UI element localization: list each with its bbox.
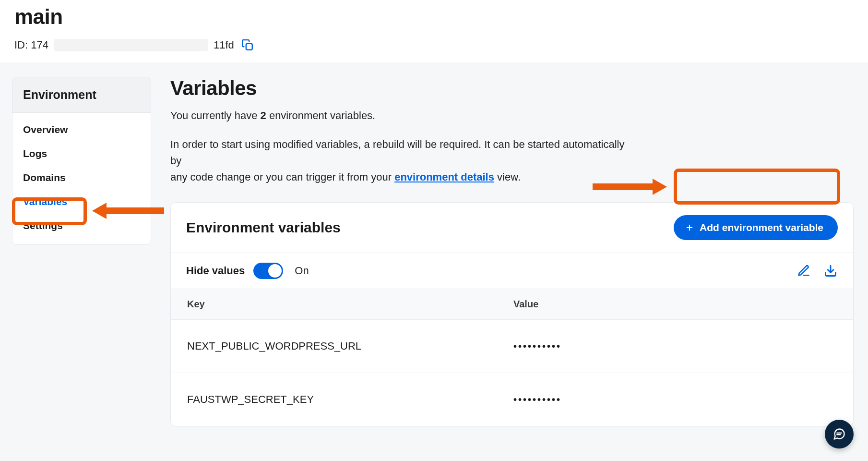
card-title: Environment variables [186,219,341,236]
env-id-label: ID: 174 [14,39,48,51]
download-icon [824,264,837,278]
sidebar-header: Environment [12,77,151,113]
hide-values-toggle[interactable] [253,263,283,279]
add-env-variable-button[interactable]: Add environment variable [674,215,838,240]
rebuild-info: In order to start using modified variabl… [170,136,631,185]
plus-icon [685,223,694,232]
variable-count-line: You currently have 2 environment variabl… [170,109,854,122]
environment-details-link[interactable]: environment details [394,171,494,183]
environment-id-row: ID: 174 11fd [14,37,854,53]
section-heading: Variables [170,77,854,100]
row-value-hidden: •••••••••• [513,394,837,405]
pencil-icon [797,264,810,278]
table-row: NEXT_PUBLIC_WORDPRESS_URL •••••••••• [171,320,853,373]
download-variables-button[interactable] [823,264,838,278]
row-key: FAUSTWP_SECRET_KEY [187,393,513,406]
chat-support-button[interactable] [825,420,854,449]
column-key: Key [187,299,513,310]
table-row: FAUSTWP_SECRET_KEY •••••••••• [171,373,853,426]
env-id-redacted [54,39,208,51]
env-variables-card: Environment variables Add environment va… [170,202,854,426]
environment-sidebar: Environment Overview Logs Domains Variab… [12,77,151,245]
copy-id-button[interactable] [240,37,255,53]
sidebar-item-logs[interactable]: Logs [12,142,151,166]
sidebar-item-variables[interactable]: Variables [12,190,151,214]
copy-icon [241,39,254,51]
hide-values-label: Hide values [186,265,245,277]
env-id-suffix: 11fd [214,39,234,51]
column-value: Value [513,299,837,310]
row-key: NEXT_PUBLIC_WORDPRESS_URL [187,340,513,352]
chat-icon [832,427,846,441]
hide-values-state: On [295,265,309,277]
svg-rect-0 [246,44,252,50]
sidebar-item-domains[interactable]: Domains [12,166,151,190]
table-header-row: Key Value [171,289,853,320]
page-title: main [14,5,854,29]
sidebar-item-overview[interactable]: Overview [12,118,151,142]
edit-variables-button[interactable] [797,264,811,278]
row-value-hidden: •••••••••• [513,341,837,352]
sidebar-item-settings[interactable]: Settings [12,214,151,238]
